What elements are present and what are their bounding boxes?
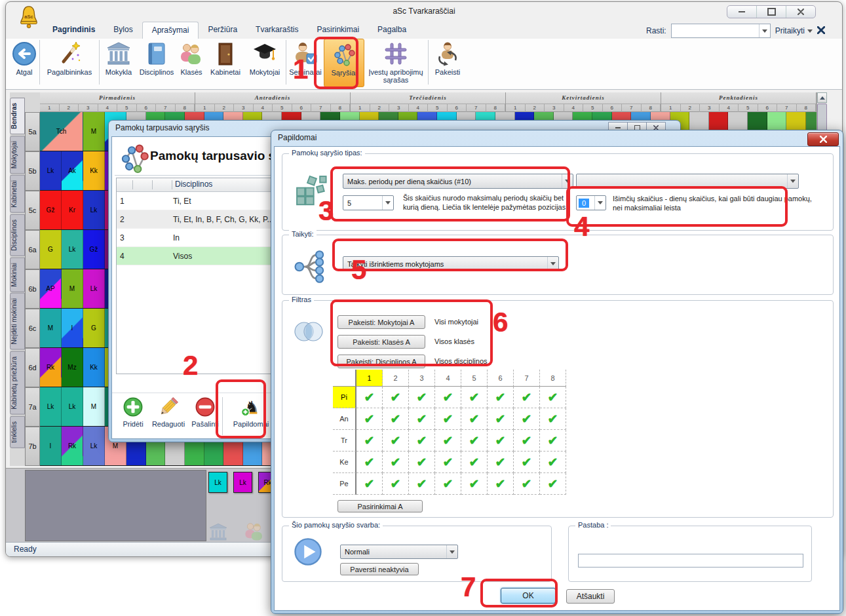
class-row-header-6b[interactable]: 6b — [25, 269, 40, 309]
grid-col-header-7[interactable]: 7 — [514, 370, 540, 387]
tab-Pagalba[interactable]: Pagalba — [368, 22, 415, 39]
grid-cell-Pe-5[interactable]: ✔ — [461, 473, 488, 495]
grid-cell-Ke-4[interactable]: ✔ — [435, 452, 461, 473]
scroll-up-icon[interactable] — [817, 92, 827, 103]
class-row-header-6a[interactable]: 6a — [25, 230, 40, 269]
lesson-card[interactable]: Kk — [83, 348, 105, 387]
grid-cell-Tr-4[interactable]: ✔ — [435, 430, 461, 452]
grid-cell-An-5[interactable]: ✔ — [461, 408, 488, 430]
grid-cell-Pe-4[interactable]: ✔ — [435, 473, 461, 495]
lesson-card[interactable]: G — [83, 309, 105, 347]
lesson-card[interactable]: Lk — [83, 427, 105, 465]
class-row-header-7a[interactable]: 7a — [25, 387, 40, 427]
side-tab-Bendras[interactable]: Bendras — [10, 98, 25, 134]
unplaced-card[interactable]: Lk — [233, 472, 252, 493]
grid-cell-Pe-3[interactable]: ✔ — [409, 473, 435, 495]
class-row-header-6d[interactable]: 6d — [25, 348, 40, 387]
grid-cell-An-1[interactable]: ✔ — [356, 408, 383, 430]
toolbar-button-Kabinetai[interactable]: Kabinetai — [206, 39, 244, 87]
dialog1-button-Pridėti[interactable]: Pridėti — [117, 396, 149, 436]
grid-row-header-Ke[interactable]: Ke — [333, 452, 356, 473]
tab-Tvarkaraštis[interactable]: Tvarkaraštis — [246, 22, 307, 39]
grid-cell-Tr-3[interactable]: ✔ — [409, 430, 435, 452]
grid-cell-Pi-1[interactable]: ✔ — [356, 387, 383, 408]
apply-button[interactable]: Pritaikyti — [775, 26, 813, 35]
grid-cell-Ke-1[interactable]: ✔ — [356, 452, 383, 473]
lesson-card[interactable]: Gž — [40, 191, 62, 229]
maximize-icon[interactable] — [756, 6, 786, 18]
grid-cell-An-3[interactable]: ✔ — [409, 408, 435, 430]
lesson-card[interactable]: I — [62, 309, 83, 347]
grid-col-header-3[interactable]: 3 — [409, 370, 435, 387]
lesson-card[interactable]: I — [40, 427, 62, 465]
grid-cell-An-6[interactable]: ✔ — [488, 408, 514, 430]
class-row-header-5c[interactable]: 5c — [25, 191, 40, 230]
lesson-card[interactable]: Lk — [40, 151, 62, 190]
class-row-header-6c[interactable]: 6c — [25, 309, 40, 348]
class-row-header-5a[interactable]: 5a — [25, 112, 40, 151]
lesson-card[interactable]: Kr — [62, 191, 83, 229]
toolbar-button-Mokytojai[interactable]: Mokytojai — [244, 39, 285, 87]
grid-cell-Tr-6[interactable]: ✔ — [488, 430, 514, 452]
grid-cell-Pi-8[interactable]: ✔ — [540, 387, 566, 408]
make-inactive-button[interactable]: Paversti neaktyvia — [340, 563, 419, 575]
lesson-card[interactable]: Lk — [62, 387, 83, 426]
lesson-card[interactable]: Gž — [83, 230, 105, 269]
grid-col-header-6[interactable]: 6 — [488, 370, 514, 387]
grid-cell-Pe-8[interactable]: ✔ — [540, 473, 566, 495]
lesson-card[interactable]: M — [40, 309, 62, 347]
grid-cell-Tr-7[interactable]: ✔ — [514, 430, 540, 452]
dialog1-button-Redaguoti[interactable]: Redaguoti — [151, 396, 185, 436]
grid-cell-Tr-8[interactable]: ✔ — [540, 430, 566, 452]
grid-cell-Ke-5[interactable]: ✔ — [461, 452, 488, 473]
grid-cell-Pi-5[interactable]: ✔ — [461, 387, 488, 408]
grid-cell-Tr-5[interactable]: ✔ — [461, 430, 488, 452]
unplaced-card[interactable]: Lk — [208, 472, 227, 493]
tab-Aprašymai[interactable]: Aprašymai — [142, 22, 199, 39]
tab-Pagrindinis[interactable]: Pagrindinis — [43, 22, 104, 39]
find-input[interactable] — [671, 24, 771, 38]
lesson-card[interactable]: Tch — [40, 112, 83, 151]
tab-Bylos[interactable]: Bylos — [104, 22, 142, 39]
class-row-header-5b[interactable]: 5b — [25, 151, 40, 191]
grid-cell-Pe-7[interactable]: ✔ — [514, 473, 540, 495]
toolbar-button-Atgal[interactable]: Atgal — [10, 39, 39, 87]
grid-cell-An-8[interactable]: ✔ — [540, 408, 566, 430]
side-tab-Kabinetai[interactable]: Kabinetai — [10, 175, 25, 213]
lesson-card[interactable]: Rk — [62, 427, 83, 465]
grid-cell-An-2[interactable]: ✔ — [383, 408, 409, 430]
close-icon[interactable] — [807, 132, 839, 146]
lesson-card[interactable]: Ak — [62, 151, 83, 190]
grid-cell-Ke-3[interactable]: ✔ — [409, 452, 435, 473]
grid-cell-Ke-8[interactable]: ✔ — [540, 452, 566, 473]
grid-cell-Tr-1[interactable]: ✔ — [356, 430, 383, 452]
grid-cell-Ke-7[interactable]: ✔ — [514, 452, 540, 473]
lesson-card[interactable]: Lk — [83, 191, 105, 229]
toolbar-button-Įvestų apribojimų sąrašas[interactable]: Įvestų apribojimų sąrašas — [364, 39, 427, 87]
lesson-card[interactable]: M — [62, 269, 83, 308]
side-tab-Disciplinos[interactable]: Disciplinos — [10, 214, 25, 256]
lesson-card[interactable]: G — [40, 230, 62, 269]
grid-col-header-5[interactable]: 5 — [461, 370, 488, 387]
lesson-card[interactable]: Rk — [40, 348, 62, 387]
lesson-card[interactable]: Lk — [62, 230, 83, 269]
lesson-card[interactable]: Lk — [83, 269, 105, 308]
importance-dropdown[interactable]: Normali — [340, 545, 458, 559]
note-input[interactable] — [578, 554, 803, 568]
lesson-card[interactable]: M — [83, 387, 105, 426]
grid-cell-An-7[interactable]: ✔ — [514, 408, 540, 430]
minimize-icon[interactable] — [727, 6, 756, 18]
lesson-card[interactable]: Kk — [83, 151, 105, 190]
grid-cell-Ke-2[interactable]: ✔ — [383, 452, 409, 473]
grid-cell-Pi-6[interactable]: ✔ — [488, 387, 514, 408]
toolbar-button-Pakeisti[interactable]: Pakeisti — [429, 39, 466, 87]
grid-cell-Pi-3[interactable]: ✔ — [409, 387, 435, 408]
grid-cell-Pi-7[interactable]: ✔ — [514, 387, 540, 408]
grid-cell-Pi-2[interactable]: ✔ — [383, 387, 409, 408]
options-button[interactable]: Pasirinkimai A — [337, 500, 423, 512]
cancel-button[interactable]: Atšaukti — [566, 589, 615, 604]
chevron-down-icon[interactable] — [759, 24, 770, 37]
lesson-card[interactable]: M — [83, 112, 105, 151]
side-tab-tinklelis[interactable]: tinklelis — [10, 416, 25, 448]
asc-bell-icon[interactable]: aSc — [16, 5, 41, 32]
